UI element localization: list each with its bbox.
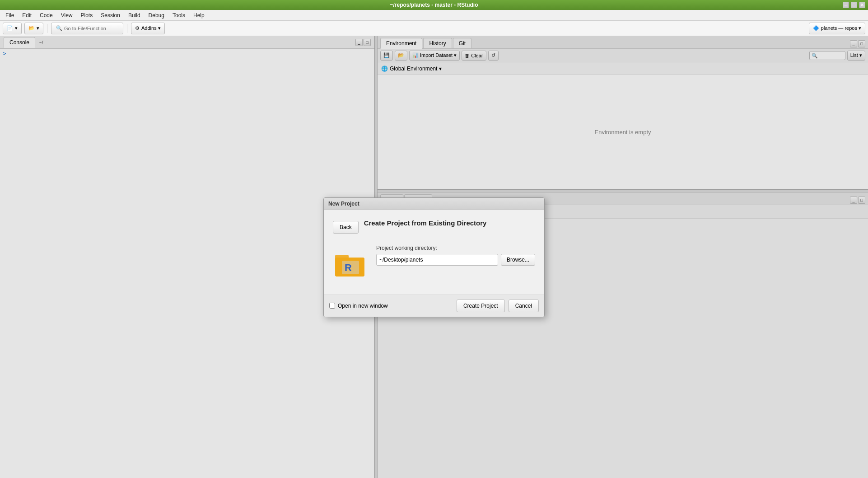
maximize-btn[interactable]: □ [851, 2, 857, 8]
dialog-titlebar-label: New Project [328, 201, 359, 207]
new-script-icon: 📄 [7, 25, 13, 31]
addins-btn[interactable]: ⚙ Addins ▾ [131, 23, 165, 34]
menu-session[interactable]: Session [97, 11, 124, 19]
project-btn[interactable]: 🔷 planets — repos ▾ [809, 23, 865, 34]
dir-row: Browse... [376, 254, 535, 266]
project-label: planets — repos ▾ [821, 25, 861, 31]
dir-input[interactable] [376, 254, 498, 266]
addins-icon: ⚙ [135, 25, 140, 31]
open-new-window-label[interactable]: Open in new window [338, 303, 388, 309]
back-button[interactable]: Back [333, 221, 359, 234]
menu-plots[interactable]: Plots [77, 11, 97, 19]
menu-file[interactable]: File [2, 11, 18, 19]
title-bar-controls[interactable]: ─ □ ✕ [843, 2, 865, 8]
browse-btn[interactable]: Browse... [501, 254, 535, 266]
dialog-form: Project working directory: Browse... [376, 245, 535, 266]
dir-label: Project working directory: [376, 245, 535, 251]
project-icon: 🔷 [813, 25, 819, 31]
toolbar-separator-2 [127, 24, 127, 33]
minimize-btn[interactable]: ─ [843, 2, 849, 8]
goto-file-btn[interactable]: 🔍 Go to File/Function [51, 23, 123, 34]
new-project-dialog: New Project Back Create Project from Exi… [323, 197, 545, 317]
dialog-body: Back Create Project from Existing Direct… [324, 210, 544, 295]
open-file-btn[interactable]: 📂▾ [24, 23, 43, 34]
menu-debug[interactable]: Debug [145, 11, 168, 19]
dialog-content-row: R Project working directory: Browse... [333, 245, 535, 281]
dialog-title: Create Project from Existing Directory [364, 219, 487, 227]
dialog-titlebar: New Project [324, 198, 544, 210]
open-new-window-row: Open in new window [329, 303, 388, 309]
new-script-btn[interactable]: 📄▾ [3, 23, 22, 34]
goto-file-label: Go to File/Function [64, 26, 106, 31]
open-file-icon: 📂 [28, 25, 35, 31]
dialog-overlay: New Project Back Create Project from Exi… [0, 36, 868, 478]
menu-code[interactable]: Code [36, 11, 56, 19]
menu-tools[interactable]: Tools [169, 11, 189, 19]
menu-help[interactable]: Help [190, 11, 208, 19]
title-bar: ~/repos/planets - master - RStudio ─ □ ✕ [0, 0, 868, 10]
menu-bar: File Edit Code View Plots Session Build … [0, 10, 868, 21]
close-btn[interactable]: ✕ [859, 2, 865, 8]
svg-text:R: R [345, 262, 352, 273]
toolbar: 📄▾ 📂▾ 🔍 Go to File/Function ⚙ Addins ▾ 🔷… [0, 21, 868, 36]
main-layout: Console ~/ _ □ > Environment History Git… [0, 36, 868, 478]
menu-view[interactable]: View [57, 11, 76, 19]
toolbar-separator-1 [47, 24, 47, 33]
open-new-window-checkbox[interactable] [329, 303, 335, 309]
create-project-btn[interactable]: Create Project [457, 300, 505, 312]
app-title: ~/repos/planets - master - RStudio [390, 2, 478, 8]
footer-buttons: Create Project Cancel [457, 300, 539, 312]
dialog-footer: Open in new window Create Project Cancel [324, 295, 544, 317]
menu-edit[interactable]: Edit [19, 11, 35, 19]
cancel-btn[interactable]: Cancel [509, 300, 539, 312]
folder-icon: R [333, 245, 369, 281]
goto-icon: 🔍 [56, 25, 62, 31]
addins-label: Addins ▾ [141, 25, 161, 31]
menu-build[interactable]: Build [125, 11, 144, 19]
